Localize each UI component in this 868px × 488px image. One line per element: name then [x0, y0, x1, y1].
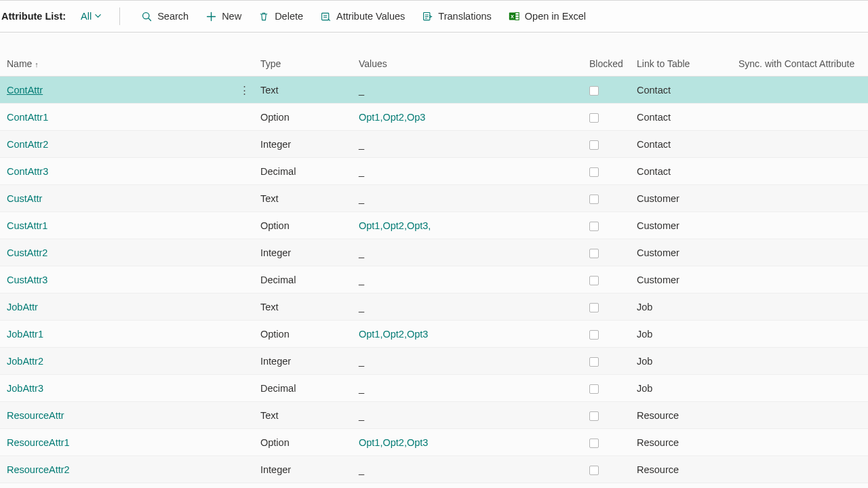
table-row[interactable]: ResourceAttr1⋮OptionOpt1,Opt2,Opt3Resour… — [0, 429, 868, 456]
blocked-checkbox[interactable] — [589, 222, 599, 231]
cell-type: Decimal — [255, 375, 353, 402]
table-row[interactable]: JobAttr3⋮Decimal_Job — [0, 375, 868, 402]
page-title: Attribute List: — [1, 11, 66, 22]
cell-type: Integer — [255, 239, 353, 266]
name-link[interactable]: ResourceAttr — [7, 410, 64, 421]
filter-dropdown[interactable]: All — [75, 7, 107, 26]
cell-values: Opt1,Opt2,Op3 — [353, 104, 584, 131]
column-header-name[interactable]: Name↑ — [0, 52, 234, 77]
cell-values: _ — [353, 456, 584, 483]
name-link[interactable]: CustAttr3 — [7, 274, 47, 285]
blocked-checkbox[interactable] — [589, 86, 599, 96]
cell-link-to-table: Contact — [631, 131, 733, 158]
values-link[interactable]: Opt1,Opt2,Opt3 — [359, 437, 428, 448]
open-excel-button[interactable]: X Open in Excel — [500, 6, 594, 26]
cell-sync — [733, 348, 868, 375]
new-button[interactable]: New — [197, 6, 250, 26]
cell-sync — [733, 239, 868, 266]
cell-values: _ — [353, 77, 584, 104]
blocked-checkbox[interactable] — [589, 113, 599, 123]
values-link[interactable]: Opt1,Opt2,Opt3 — [359, 329, 428, 340]
attribute-values-label: Attribute Values — [336, 11, 405, 22]
name-link[interactable]: JobAttr2 — [7, 356, 43, 367]
cell-link-to-table: Job — [631, 321, 733, 348]
translations-button[interactable]: Translations — [413, 6, 499, 26]
table-row[interactable]: ContAttr⋮Text_Contact — [0, 77, 868, 104]
blocked-checkbox[interactable] — [589, 276, 599, 285]
table-row[interactable]: CustAttr3⋮Decimal_Customer — [0, 266, 868, 293]
translations-label: Translations — [438, 11, 491, 22]
name-link[interactable]: CustAttr — [7, 193, 42, 204]
blocked-checkbox[interactable] — [589, 167, 599, 177]
column-name-label: Name — [7, 58, 32, 69]
name-link[interactable]: ContAttr1 — [7, 112, 48, 123]
column-header-type[interactable]: Type — [255, 52, 353, 77]
cell-values: _ — [353, 293, 584, 321]
blocked-checkbox[interactable] — [589, 384, 599, 394]
blocked-checkbox[interactable] — [589, 411, 599, 421]
cell-type: Option — [255, 321, 353, 348]
table-row[interactable]: CustAttr⋮Text_Customer — [0, 185, 868, 212]
name-link[interactable]: JobAttr3 — [7, 383, 43, 394]
attribute-table: Name↑ Type Values Blocked Link to Table … — [0, 52, 868, 483]
search-button[interactable]: Search — [132, 6, 197, 26]
cell-sync — [733, 266, 868, 293]
open-excel-label: Open in Excel — [525, 11, 586, 22]
column-header-sync[interactable]: Sync. with Contact Attribute — [733, 52, 868, 77]
blocked-checkbox[interactable] — [589, 439, 599, 448]
globe-icon — [421, 10, 433, 22]
cell-values: _ — [353, 239, 584, 266]
cell-sync — [733, 131, 868, 158]
delete-button[interactable]: Delete — [250, 6, 311, 26]
blocked-checkbox[interactable] — [589, 140, 599, 150]
cell-sync — [733, 456, 868, 483]
cell-sync — [733, 321, 868, 348]
table-row[interactable]: JobAttr2⋮Integer_Job — [0, 348, 868, 375]
name-link[interactable]: ContAttr — [7, 85, 43, 96]
column-header-values[interactable]: Values — [353, 52, 584, 77]
table-row[interactable]: ResourceAttr⋮Text_Resource — [0, 402, 868, 429]
blocked-checkbox[interactable] — [589, 195, 599, 204]
search-icon — [140, 10, 153, 22]
cell-values: _ — [353, 185, 584, 212]
table-row[interactable]: ContAttr1⋮OptionOpt1,Opt2,Op3Contact — [0, 104, 868, 131]
column-header-link[interactable]: Link to Table — [631, 52, 733, 77]
blocked-checkbox[interactable] — [589, 330, 599, 340]
blocked-checkbox[interactable] — [589, 466, 599, 475]
attribute-values-button[interactable]: Attribute Values — [311, 6, 413, 26]
name-link[interactable]: CustAttr1 — [7, 220, 47, 231]
svg-point-0 — [142, 12, 149, 18]
table-row[interactable]: JobAttr⋮Text_Job — [0, 293, 868, 321]
cell-sync — [733, 104, 868, 131]
row-actions-icon[interactable]: ⋮ — [239, 85, 250, 96]
blocked-checkbox[interactable] — [589, 249, 599, 258]
name-link[interactable]: ResourceAttr1 — [7, 437, 70, 448]
name-link[interactable]: JobAttr1 — [7, 329, 43, 340]
plus-icon — [205, 10, 217, 22]
column-header-blocked[interactable]: Blocked — [584, 52, 631, 77]
table-row[interactable]: JobAttr1⋮OptionOpt1,Opt2,Opt3Job — [0, 321, 868, 348]
name-link[interactable]: ResourceAttr2 — [7, 464, 70, 475]
table-row[interactable]: CustAttr2⋮Integer_Customer — [0, 239, 868, 266]
cell-values: Opt1,Opt2,Opt3 — [353, 321, 584, 348]
name-link[interactable]: CustAttr2 — [7, 247, 47, 258]
values-link[interactable]: Opt1,Opt2,Op3 — [359, 112, 425, 123]
table-row[interactable]: ResourceAttr2⋮Integer_Resource — [0, 456, 868, 483]
svg-rect-10 — [515, 13, 519, 20]
table-row[interactable]: CustAttr1⋮OptionOpt1,Opt2,Opt3,Customer — [0, 212, 868, 239]
name-link[interactable]: ContAttr3 — [7, 166, 48, 177]
name-link[interactable]: ContAttr2 — [7, 139, 48, 150]
cell-type: Text — [255, 293, 353, 321]
values-link[interactable]: Opt1,Opt2,Opt3, — [359, 220, 431, 231]
cell-link-to-table: Job — [631, 293, 733, 321]
blocked-checkbox[interactable] — [589, 303, 599, 312]
cell-link-to-table: Resource — [631, 429, 733, 456]
cell-sync — [733, 429, 868, 456]
cell-values: Opt1,Opt2,Opt3 — [353, 429, 584, 456]
name-link[interactable]: JobAttr — [7, 302, 38, 312]
excel-icon: X — [508, 10, 520, 22]
blocked-checkbox[interactable] — [589, 357, 599, 367]
table-row[interactable]: ContAttr3⋮Decimal_Contact — [0, 158, 868, 185]
svg-rect-4 — [321, 13, 328, 20]
table-row[interactable]: ContAttr2⋮Integer_Contact — [0, 131, 868, 158]
